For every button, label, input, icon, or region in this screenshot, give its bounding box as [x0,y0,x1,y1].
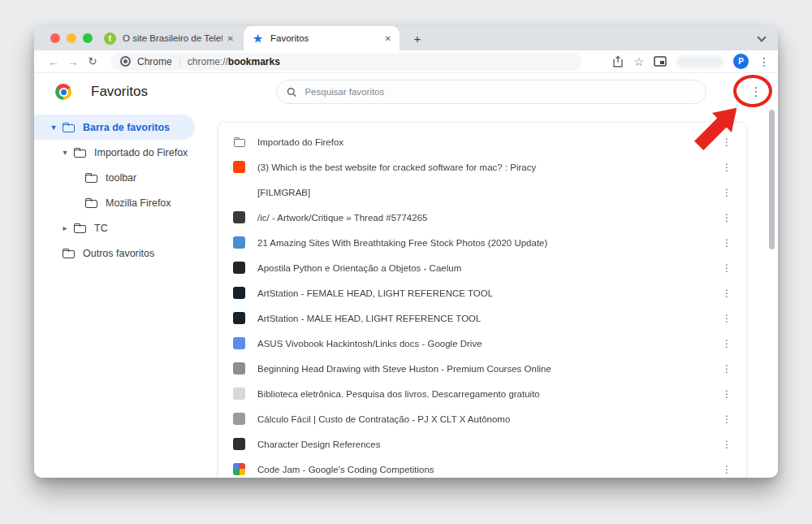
bookmark-row[interactable]: Cálculo Fácil | Custo de Contratação - P… [218,406,746,431]
techtudo-favicon: t [104,32,116,45]
row-overflow-icon[interactable]: ⋮ [722,339,732,349]
sidebar-item-toolbar[interactable]: toolbar [34,165,218,190]
folder-icon [84,197,98,209]
bookmark-this-page-icon[interactable]: ☆ [633,56,644,67]
caret-right-icon[interactable]: ▸ [57,223,73,232]
bookmark-row[interactable]: Character Design References ⋮ [218,431,746,457]
bookmark-row[interactable]: /ic/ - Artwork/Critique » Thread #577426… [218,205,746,230]
folder-icon [62,121,76,133]
sidebar-item-label: Mozilla Firefox [106,197,171,209]
bookmark-row[interactable]: [FILMGRAB] ⋮ [218,180,746,205]
bookmark-row[interactable]: Apostila Python e Orientação a Objetos -… [218,255,746,280]
bookmark-star-favicon: ★ [252,32,264,45]
row-overflow-icon[interactable]: ⋮ [722,213,732,223]
site-favicon [233,362,245,375]
bookmark-row[interactable]: ArtStation - MALE HEAD, LIGHT REFERENCE … [218,305,746,331]
site-favicon [233,438,245,450]
sidebar-item-label: Importado do Firefox [94,147,188,158]
sidebar-item-tc[interactable]: ▸ TC [34,215,218,240]
row-overflow-icon[interactable]: ⋮ [722,162,732,172]
caret-down-icon[interactable]: ▾ [57,148,73,157]
chevron-down-icon[interactable] [757,32,766,41]
picture-in-picture-icon[interactable] [654,56,667,67]
new-tab-button[interactable]: + [409,30,425,46]
artstation-favicon [233,287,245,299]
sidebar-item-barra-de-favoritos[interactable]: ▾ Barra de favoritos [34,115,218,140]
close-window-button[interactable] [50,33,60,43]
row-overflow-icon[interactable]: ⋮ [722,414,732,424]
sidebar-item-outros-favoritos[interactable]: Outros favoritos [34,240,218,266]
folder-icon [62,247,76,259]
tab-favoritos[interactable]: ★ Favoritos ✕ [244,26,400,50]
row-overflow-icon[interactable]: ⋮ [722,465,732,474]
folder-icon [73,222,87,234]
back-button[interactable]: ← [44,55,63,68]
folder-icon [84,171,98,184]
folder-icon [73,146,87,158]
folder-tree: ▾ Barra de favoritos ▾ Importado do Fire… [34,115,218,266]
site-favicon [233,236,245,249]
drive-favicon [233,337,245,349]
browser-menu-icon[interactable]: ⋮ [758,56,770,67]
bookmark-row[interactable]: ASUS Vivobook Hackintosh/Links docs - Go… [218,331,746,356]
bookmark-row[interactable]: Importado do Firefox ⋮ [218,129,746,154]
chrome-page-icon [120,56,131,67]
bookmark-row[interactable]: Beginning Head Drawing with Steve Huston… [218,356,746,381]
row-overflow-icon[interactable]: ⋮ [722,288,732,298]
bookmark-row[interactable]: Code Jam - Google's Coding Competitions … [218,457,746,478]
close-tab-icon[interactable]: ✕ [385,34,391,43]
row-overflow-icon[interactable]: ⋮ [722,238,732,248]
profile-avatar[interactable]: P [733,54,749,69]
row-overflow-icon[interactable]: ⋮ [722,314,732,323]
url-app-label: Chrome [137,56,172,67]
bookmarks-search[interactable] [276,80,706,104]
row-overflow-icon[interactable]: ⋮ [722,440,732,449]
redacted-extensions-area [676,56,723,67]
forward-button[interactable]: → [63,55,83,68]
sidebar-item-importado-do-firefox[interactable]: ▾ Importado do Firefox [34,140,218,165]
bookmark-row[interactable]: 21 Amazing Sites With Breathtaking Free … [218,230,746,255]
minimize-window-button[interactable] [67,33,76,43]
annotation-circle [733,75,772,107]
address-bar[interactable]: Chrome | chrome://bookmarks [110,53,581,71]
close-tab-icon[interactable]: ✕ [227,34,234,43]
search-input[interactable] [304,87,696,97]
tab-title: Favoritos [270,33,380,43]
site-favicon [233,211,245,223]
folder-icon [233,136,245,148]
browser-toolbar: ← → ↻ Chrome | chrome://bookmarks ☆ P ⋮ [34,50,778,73]
row-overflow-icon[interactable]: ⋮ [722,364,732,374]
tab-title: O site Brasileiro de Telefonia - [123,33,222,43]
bookmark-row[interactable]: Biblioteca eletrônica. Pesquisa dos livr… [218,381,746,406]
bookmarks-list-card: Importado do Firefox ⋮ (3) Which is the … [218,122,747,478]
tab-strip[interactable]: t O site Brasileiro de Telefonia - ✕ ★ F… [34,26,778,50]
site-favicon [233,262,245,274]
sidebar-item-label: Barra de favoritos [83,122,170,133]
reload-button[interactable]: ↻ [83,55,102,67]
site-favicon [233,413,245,425]
bookmarks-header: Favoritos ⋮ [34,73,778,110]
browser-window: t O site Brasileiro de Telefonia - ✕ ★ F… [34,26,778,478]
row-overflow-icon[interactable]: ⋮ [722,188,732,197]
url-host: bookmarks [228,56,280,67]
search-icon [287,87,296,97]
sidebar-item-label: toolbar [106,172,136,184]
chrome-logo-icon [55,84,71,100]
bookmarks-content: ▾ Barra de favoritos ▾ Importado do Fire… [34,110,778,478]
traffic-lights [50,33,93,43]
page-scrollbar[interactable] [769,110,775,249]
artstation-favicon [233,312,245,324]
url-divider: | [179,56,181,67]
row-overflow-icon[interactable]: ⋮ [722,263,732,273]
bookmark-row[interactable]: (3) Which is the best website for cracke… [218,154,746,180]
site-favicon [233,388,245,400]
sidebar-item-mozilla-firefox[interactable]: Mozilla Firefox [34,190,218,215]
row-overflow-icon[interactable]: ⋮ [722,389,732,399]
share-icon[interactable] [612,55,624,67]
page-title: Favoritos [91,84,148,100]
bookmark-row[interactable]: ArtStation - FEMALE HEAD, LIGHT REFERENC… [218,280,746,305]
maximize-window-button[interactable] [83,33,93,43]
caret-down-icon[interactable]: ▾ [45,123,62,132]
tab-techtudo[interactable]: t O site Brasileiro de Telefonia - ✕ [96,26,242,50]
reddit-favicon [233,161,245,173]
